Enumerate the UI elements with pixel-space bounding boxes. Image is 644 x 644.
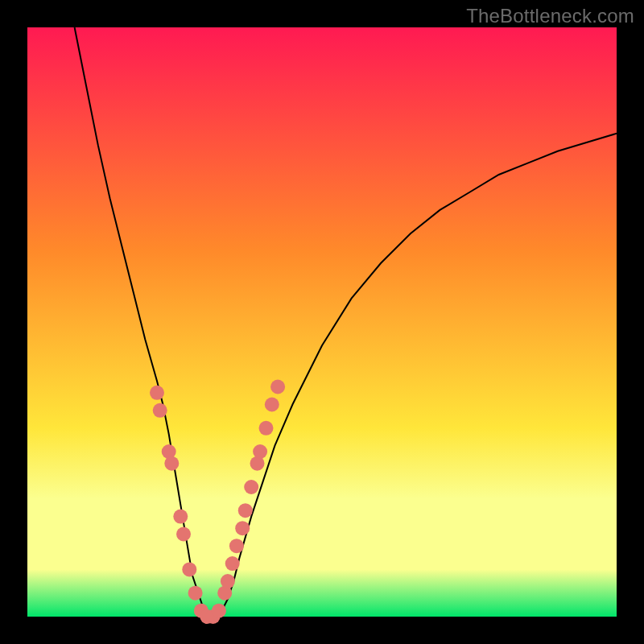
outer-frame: TheBottleneck.com [0,0,644,644]
marker-dot [225,556,240,571]
marker-dots [150,380,285,625]
marker-dot [176,527,191,542]
bottleneck-curve [75,27,617,617]
marker-dot [150,386,164,400]
marker-dot [173,510,188,524]
marker-dot [265,398,279,412]
marker-dot [164,456,179,471]
chart-svg [27,27,617,617]
marker-dot [182,562,196,576]
marker-dot [229,539,244,553]
marker-dot [235,521,250,535]
marker-dot [153,403,167,418]
marker-dot [212,604,226,618]
marker-dot [270,380,285,394]
marker-dot [259,421,274,436]
marker-dot [188,586,203,601]
marker-dot [253,444,267,459]
watermark-text: TheBottleneck.com [466,5,634,27]
marker-dot [221,574,235,588]
marker-dot [244,480,258,494]
marker-dot [238,503,253,518]
